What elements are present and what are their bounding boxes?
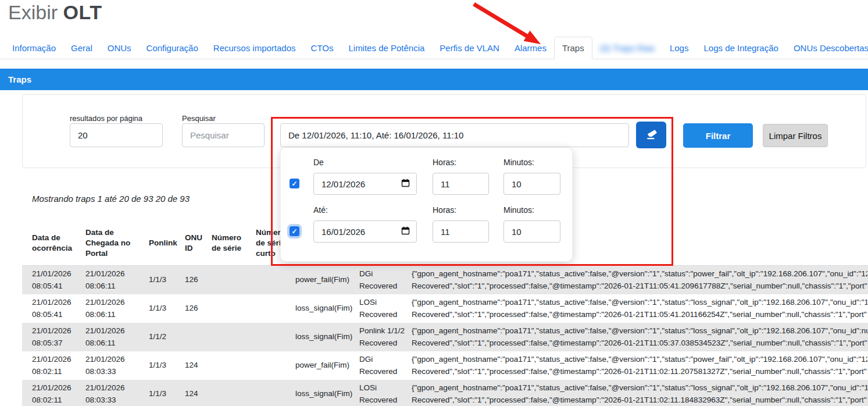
col-header-onu-id: ONU ID: [184, 221, 209, 266]
from-minutes-input[interactable]: 10: [503, 173, 560, 195]
clear-date-button[interactable]: [636, 122, 666, 148]
col-header-data-chegada: Data de Chegada no Portal: [83, 221, 148, 266]
cell-data-ocorrencia: 21/01/202608:05:41: [22, 266, 83, 295]
cell-json: {"gpon_agent_hostname":"poa171","status_…: [409, 266, 868, 295]
cell-json: {"gpon_agent_hostname":"poa171","status_…: [409, 294, 868, 323]
to-date-input[interactable]: 16/01/2026: [313, 220, 417, 243]
calendar-icon[interactable]: [401, 179, 410, 189]
cell-status: power_fail(Fim): [287, 266, 356, 295]
tab-logs[interactable]: Logs: [662, 37, 696, 59]
search-input[interactable]: [182, 123, 265, 147]
cell-numero-serie: [209, 323, 253, 351]
check-icon: ✓: [291, 228, 297, 235]
cell-descricao: DGi Recovered: [356, 351, 409, 380]
col-header-numero-serie: Número de série: [209, 221, 253, 266]
cell-descricao: DGi Recovered: [356, 266, 409, 295]
cell-json: {"gpon_agent_hostname":"poa171","status_…: [409, 351, 868, 380]
from-label: De: [313, 158, 324, 167]
cell-numero-serie-curto: [253, 266, 287, 295]
cell-numero-serie: [209, 266, 253, 295]
page-title-light: Exibir: [8, 1, 58, 23]
cell-data-chegada: 21/01/202608:03:33: [83, 351, 148, 380]
to-minutes-label: Minutos:: [503, 205, 534, 215]
page-title: Exibir OLT: [8, 1, 102, 24]
tab-perfis-de-vlan[interactable]: Perfis de VLAN: [432, 37, 507, 59]
tab-limites-de-pot-ncia[interactable]: Limites de Potência: [341, 37, 432, 59]
table-row: 21/01/202608:05:41 21/01/202608:06:11 1/…: [22, 266, 868, 295]
tab-informa-o[interactable]: Informação: [5, 37, 63, 59]
tab-traps[interactable]: Traps: [554, 37, 592, 59]
tab-alarmes[interactable]: Alarmes: [507, 37, 554, 59]
cell-ponlink: 1/1/3: [148, 351, 184, 380]
to-hours-input[interactable]: 11: [433, 220, 489, 243]
section-header: Traps: [0, 69, 868, 90]
tab-configura-o[interactable]: Configuração: [139, 37, 206, 59]
from-hours-label: Horas:: [433, 158, 456, 167]
cell-data-chegada: 21/01/202608:06:11: [83, 266, 148, 295]
cell-data-chegada: 21/01/202608:03:33: [83, 380, 148, 406]
cell-data-chegada: 21/01/202608:06:11: [83, 323, 148, 351]
tab-ctos[interactable]: CTOs: [303, 37, 341, 59]
cell-json: {"gpon_agent_hostname":"poa171","status_…: [409, 380, 868, 406]
table-row: 21/01/202608:05:41 21/01/202608:06:11 1/…: [22, 294, 868, 323]
cell-numero-serie-curto: [253, 351, 287, 380]
col-header-data-ocorrencia: Data de ocorrência: [22, 221, 83, 266]
cell-data-ocorrencia: 21/01/202608:02:11: [22, 380, 83, 406]
cell-data-ocorrencia: 21/01/202608:02:11: [22, 351, 83, 380]
tab-bar: InformaçãoGeralONUsConfiguraçãoRecursos …: [0, 36, 868, 59]
date-range-input[interactable]: De 12/01/2026, 11:10, Até: 16/01/2026, 1…: [280, 123, 629, 147]
to-date-value: 16/01/2026: [322, 227, 365, 237]
table-row: 21/01/202608:05:37 21/01/202608:06:11 1/…: [22, 323, 868, 351]
cell-data-ocorrencia: 21/01/202608:05:37: [22, 323, 83, 351]
cell-numero-serie-curto: [253, 380, 287, 406]
clear-filters-button[interactable]: Limpar Filtros: [763, 124, 828, 147]
from-date-value: 12/01/2026: [322, 179, 365, 189]
calendar-icon[interactable]: [401, 226, 410, 237]
cell-descricao: LOSi Recovered: [356, 294, 409, 323]
cell-onu-id: 126: [184, 294, 209, 323]
tab-onus[interactable]: ONUs: [100, 37, 139, 59]
results-summary: Mostrando traps 1 até 20 de 93 20 de 93: [32, 194, 190, 204]
tab-onus-descobertas[interactable]: ONUs Descobertas: [786, 37, 868, 59]
to-label: Até:: [313, 205, 328, 215]
cell-onu-id: 124: [184, 351, 209, 380]
cell-numero-serie-curto: [253, 294, 287, 323]
cell-descricao: LOSi Recovered: [356, 380, 409, 406]
cell-ponlink: 1/1/3: [148, 380, 184, 406]
tab-logs-de-integra-o[interactable]: Logs de Integração: [696, 37, 785, 59]
to-hours-label: Horas:: [433, 205, 456, 215]
cell-ponlink: 1/1/3: [148, 294, 184, 323]
to-enabled-checkbox[interactable]: ✓: [290, 226, 299, 236]
page-title-bold: OLT: [63, 1, 102, 23]
per-page-label: resultados por página: [70, 114, 142, 123]
traps-table-body: 21/01/202608:05:41 21/01/202608:06:11 1/…: [22, 266, 868, 406]
cell-data-chegada: 21/01/202608:06:11: [83, 294, 148, 323]
cell-ponlink: 1/1/3: [148, 266, 184, 295]
from-minutes-label: Minutos:: [503, 158, 534, 167]
cell-status: power_fail(Fim): [287, 351, 356, 380]
cell-onu-id: [184, 323, 209, 351]
cell-descricao: Ponlink 1/1/2 Recovered: [356, 323, 409, 351]
tab--0-traps-raw[interactable]: (0) Traps Raw: [592, 37, 662, 59]
cell-numero-serie: [209, 351, 253, 380]
from-date-input[interactable]: 12/01/2026: [313, 173, 417, 195]
filter-button[interactable]: Filtrar: [683, 123, 753, 148]
col-header-ponlink: Ponlink: [148, 221, 184, 266]
check-icon: ✓: [291, 180, 297, 187]
cell-status: loss_signal(Fim): [287, 380, 356, 406]
from-enabled-checkbox[interactable]: ✓: [290, 179, 299, 188]
cell-onu-id: 126: [184, 266, 209, 295]
cell-numero-serie-curto: [253, 323, 287, 351]
cell-status: loss_signal(Fim): [287, 294, 356, 323]
tab-geral[interactable]: Geral: [63, 37, 100, 59]
cell-ponlink: 1/1/2: [148, 323, 184, 351]
to-minutes-input[interactable]: 10: [503, 220, 560, 243]
tab-recursos-importados[interactable]: Recursos importados: [206, 37, 303, 59]
table-row: 21/01/202608:02:11 21/01/202608:03:33 1/…: [22, 380, 868, 406]
from-hours-input[interactable]: 11: [433, 173, 489, 195]
cell-status: loss_signal(Fim): [287, 323, 356, 351]
cell-onu-id: 124: [184, 380, 209, 406]
per-page-select[interactable]: 20: [70, 123, 163, 147]
search-label: Pesquisar: [182, 114, 216, 123]
olt-detail-page: Exibir OLT InformaçãoGeralONUsConfiguraç…: [0, 0, 868, 406]
